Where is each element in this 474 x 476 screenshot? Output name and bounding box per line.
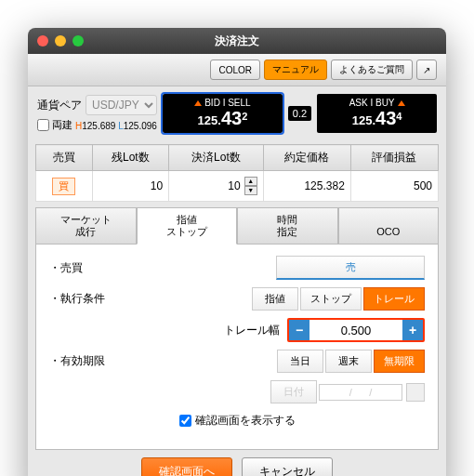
trail-width-label: トレール幅 bbox=[224, 323, 280, 338]
tab-limit-stop[interactable]: 指値ストップ bbox=[137, 207, 238, 245]
col-remain: 残Lot数 bbox=[92, 145, 168, 171]
pair-select[interactable]: USD/JPY bbox=[86, 95, 157, 115]
window-title: 決済注文 bbox=[215, 33, 259, 49]
order-tabs: マーケット成行 指値ストップ 時間指定 OCO bbox=[35, 207, 439, 245]
confirm-label: 確認画面を表示する bbox=[195, 413, 296, 429]
position-table: 売買 残Lot数 決済Lot数 約定価格 評価損益 買 10 10▲▼ 125.… bbox=[35, 144, 439, 202]
plus-button[interactable]: + bbox=[402, 320, 423, 340]
high-low: H125.689 L125.096 bbox=[75, 121, 157, 131]
trail-value-input[interactable] bbox=[309, 320, 402, 340]
price-cell: 125.382 bbox=[263, 171, 350, 202]
up-arrow-icon bbox=[194, 100, 202, 106]
step-up-icon[interactable]: ▲ bbox=[244, 177, 257, 186]
minus-button[interactable]: − bbox=[289, 320, 309, 340]
remain-cell: 10 bbox=[92, 171, 168, 202]
pl-cell: 500 bbox=[350, 171, 438, 202]
ryodate-label: 両建 bbox=[52, 118, 72, 132]
color-button[interactable]: COLOR bbox=[210, 60, 260, 80]
toolbar: COLOR マニュアル よくあるご質問 ↗ bbox=[28, 54, 446, 86]
ryodate-checkbox[interactable] bbox=[37, 119, 49, 131]
side-badge: 買 bbox=[52, 178, 75, 195]
seg-weekend[interactable]: 週末 bbox=[325, 350, 372, 373]
submit-button[interactable]: 確認画面へ bbox=[141, 457, 232, 476]
col-pl: 評価損益 bbox=[350, 145, 438, 171]
popout-icon[interactable]: ↗ bbox=[416, 60, 437, 80]
seg-date[interactable]: 日付 bbox=[270, 380, 317, 403]
close-icon[interactable] bbox=[37, 35, 48, 46]
maximize-icon[interactable] bbox=[72, 35, 84, 46]
order-panel: ・売買 売 ・執行条件 指値 ストップ トレール トレール幅 − + ・有効期限… bbox=[35, 245, 439, 450]
date-input[interactable] bbox=[319, 384, 402, 401]
confirm-checkbox[interactable] bbox=[179, 415, 191, 427]
trail-width-input: − + bbox=[287, 318, 425, 342]
col-price: 約定価格 bbox=[263, 145, 350, 171]
seg-today[interactable]: 当日 bbox=[277, 350, 323, 373]
minimize-icon[interactable] bbox=[55, 35, 66, 46]
window-controls bbox=[37, 35, 84, 46]
confirm-row: 確認画面を表示する bbox=[49, 413, 425, 429]
faq-button[interactable]: よくあるご質問 bbox=[331, 60, 413, 80]
bid-price-box[interactable]: BID I SELL 125.432 bbox=[163, 94, 283, 133]
pair-label: 通貨ペア bbox=[37, 98, 82, 113]
table-row: 買 10 10▲▼ 125.382 500 bbox=[36, 171, 439, 202]
pair-section: 通貨ペア USD/JPY 両建 H125.689 L125.096 bbox=[37, 95, 157, 132]
calendar-icon[interactable] bbox=[406, 383, 425, 402]
tab-market[interactable]: マーケット成行 bbox=[35, 207, 137, 245]
seg-limit[interactable]: 指値 bbox=[252, 287, 298, 311]
ask-price-box[interactable]: ASK I BUY 125.434 bbox=[317, 94, 437, 133]
side-label: ・売買 bbox=[49, 260, 142, 276]
manual-button[interactable]: マニュアル bbox=[264, 60, 327, 80]
col-settle: 決済Lot数 bbox=[169, 145, 264, 171]
order-window: 決済注文 COLOR マニュアル よくあるご質問 ↗ 通貨ペア USD/JPY … bbox=[28, 28, 446, 476]
up-arrow-icon bbox=[398, 100, 405, 106]
seg-stop[interactable]: ストップ bbox=[300, 287, 362, 311]
tab-time[interactable]: 時間指定 bbox=[237, 207, 338, 245]
settle-value: 10 bbox=[228, 179, 240, 192]
col-side: 売買 bbox=[36, 145, 93, 171]
seg-nolimit[interactable]: 無期限 bbox=[374, 350, 425, 373]
titlebar: 決済注文 bbox=[28, 28, 446, 54]
spread: 0.2 bbox=[288, 106, 311, 121]
cancel-button[interactable]: キャンセル bbox=[242, 457, 333, 476]
step-down-icon[interactable]: ▼ bbox=[244, 186, 257, 195]
price-bar: 通貨ペア USD/JPY 両建 H125.689 L125.096 BID I … bbox=[28, 86, 446, 140]
sell-button[interactable]: 売 bbox=[276, 256, 425, 280]
action-bar: 確認画面へ キャンセル bbox=[28, 457, 446, 476]
exec-label: ・執行条件 bbox=[49, 291, 142, 307]
seg-trail[interactable]: トレール bbox=[363, 287, 425, 311]
expiry-label: ・有効期限 bbox=[49, 353, 142, 369]
tab-oco[interactable]: OCO bbox=[338, 207, 440, 245]
